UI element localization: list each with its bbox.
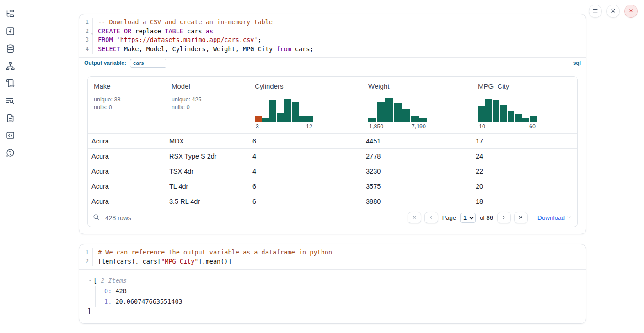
python-editor[interactable]: 1# We can reference the output variable … bbox=[79, 244, 586, 269]
column-header-make[interactable]: Makeunique: 38nulls: 0 bbox=[88, 77, 166, 133]
page-select[interactable]: 1 bbox=[460, 213, 476, 223]
histogram-bar bbox=[299, 116, 306, 122]
histogram-bar bbox=[394, 103, 402, 122]
chevron-down-icon bbox=[567, 214, 572, 221]
column-histogram: 1060 bbox=[478, 98, 537, 130]
histogram-bar bbox=[277, 113, 284, 122]
menu-icon bbox=[592, 7, 599, 16]
line-number: 1 bbox=[79, 248, 93, 257]
last-page-button[interactable] bbox=[514, 212, 528, 223]
scroll-icon bbox=[5, 79, 15, 90]
chevrons-right-icon bbox=[518, 214, 524, 222]
table-cell: 24 bbox=[472, 153, 577, 160]
histogram-bar bbox=[500, 105, 507, 122]
histogram-bar bbox=[284, 99, 291, 122]
table-cell: 3880 bbox=[362, 198, 472, 205]
menu-button[interactable] bbox=[589, 5, 602, 18]
sidebar bbox=[0, 0, 20, 333]
table-search-button[interactable] bbox=[92, 213, 100, 222]
table-cell: 22 bbox=[472, 168, 577, 175]
table-cell: Acura bbox=[88, 153, 166, 160]
settings-button[interactable] bbox=[606, 5, 620, 18]
code-line: 1-- Download a CSV and create an in-memo… bbox=[79, 18, 586, 27]
column-header-model[interactable]: Modelunique: 425nulls: 0 bbox=[166, 77, 249, 133]
sidebar-item-snippets[interactable] bbox=[5, 131, 16, 142]
language-badge[interactable]: sql bbox=[573, 60, 581, 66]
line-number: 2⌄ bbox=[79, 27, 93, 36]
sidebar-item-search[interactable] bbox=[5, 96, 16, 107]
code-line: 2⌄CREATE OR replace TABLE cars as bbox=[79, 27, 586, 36]
topbar bbox=[589, 5, 638, 18]
column-stats: unique: 38nulls: 0 bbox=[94, 96, 162, 111]
code-line: 1# We can reference the output variable … bbox=[79, 248, 586, 257]
histogram-axis: 1060 bbox=[478, 123, 537, 130]
table-row: AcuraRSX Type S 2dr4277824 bbox=[88, 148, 577, 164]
table-cell: MDX bbox=[166, 137, 249, 145]
histogram-bar bbox=[262, 118, 269, 122]
histogram-bar bbox=[485, 99, 492, 122]
snippets-icon bbox=[5, 131, 15, 142]
download-button[interactable]: Download bbox=[537, 214, 572, 221]
next-page-button[interactable] bbox=[497, 212, 511, 223]
code-line: 2[len(cars), cars["MPG_City"].mean()] bbox=[79, 257, 586, 266]
histogram-bar bbox=[402, 109, 410, 122]
table-cell: 3230 bbox=[362, 168, 472, 175]
column-histogram: 1,8507,190 bbox=[368, 98, 427, 130]
column-header-mpg_city[interactable]: MPG_City1060 bbox=[472, 77, 577, 133]
table-cell: Acura bbox=[88, 168, 166, 175]
tree-entries: 0: 4281: 20.060747663551403 bbox=[95, 286, 578, 307]
data-table: Makeunique: 38nulls: 0Modelunique: 425nu… bbox=[87, 76, 578, 227]
dependency-graph-icon bbox=[5, 61, 15, 72]
pagination: Page 1 of 86 bbox=[408, 212, 572, 223]
output-variable-input[interactable] bbox=[130, 59, 166, 68]
table-cell: 20 bbox=[472, 183, 577, 190]
output-variable-bar: Output variable: sql bbox=[79, 57, 586, 69]
sidebar-item-help[interactable] bbox=[5, 148, 16, 159]
histogram-bar bbox=[478, 106, 485, 122]
first-page-button[interactable] bbox=[408, 212, 421, 223]
histogram-bar bbox=[411, 116, 419, 122]
tree-root-row: [ 2 Items bbox=[87, 276, 578, 285]
sql-editor[interactable]: 1-- Download a CSV and create an in-memo… bbox=[79, 14, 586, 57]
column-header-cylinders[interactable]: Cylinders312 bbox=[249, 77, 362, 133]
sidebar-item-datasources[interactable] bbox=[5, 44, 16, 55]
histogram-bar bbox=[515, 114, 522, 122]
total-pages-label: of 86 bbox=[480, 214, 493, 221]
table-cell: Acura bbox=[88, 137, 166, 145]
sidebar-item-logs[interactable] bbox=[5, 79, 16, 90]
column-header-weight[interactable]: Weight1,8507,190 bbox=[362, 77, 472, 133]
line-number: 4 bbox=[79, 45, 93, 54]
shutdown-button[interactable] bbox=[624, 5, 638, 18]
histogram-bar bbox=[292, 102, 299, 122]
table-cell: Acura bbox=[88, 198, 166, 205]
line-number: 1 bbox=[79, 18, 93, 27]
prev-page-button[interactable] bbox=[424, 212, 438, 223]
histogram-axis: 312 bbox=[255, 123, 313, 130]
sidebar-item-dependency-graph[interactable] bbox=[5, 61, 16, 72]
search-icon bbox=[92, 213, 100, 222]
table-cell: 6 bbox=[249, 137, 362, 145]
collapse-toggle-button[interactable] bbox=[87, 277, 92, 284]
table-cell: TSX 4dr bbox=[166, 168, 249, 175]
table-body: AcuraMDX6445117AcuraRSX Type S 2dr427782… bbox=[88, 133, 577, 209]
column-name: Model bbox=[172, 82, 245, 90]
table-cell: 18 bbox=[472, 198, 577, 205]
column-name: Weight bbox=[368, 82, 468, 90]
close-icon bbox=[628, 8, 634, 15]
histogram-bar bbox=[508, 111, 515, 122]
column-histogram: 312 bbox=[255, 98, 313, 130]
sidebar-item-scratchpad[interactable] bbox=[5, 26, 16, 37]
histogram-bar bbox=[419, 118, 427, 122]
sql-cell-output: Makeunique: 38nulls: 0Modelunique: 425nu… bbox=[79, 69, 586, 234]
table-row: AcuraTL 4dr6357520 bbox=[88, 179, 577, 194]
chevrons-left-icon bbox=[411, 214, 417, 222]
sidebar-item-files[interactable] bbox=[5, 9, 16, 20]
histogram-bar bbox=[530, 116, 537, 122]
notebook: 1-- Download a CSV and create an in-memo… bbox=[79, 0, 586, 324]
chevron-down-icon bbox=[87, 277, 92, 284]
table-cell: 6 bbox=[249, 198, 362, 205]
sql-cell: 1-- Download a CSV and create an in-memo… bbox=[79, 14, 586, 234]
download-label: Download bbox=[537, 214, 565, 221]
sidebar-item-documentation[interactable] bbox=[5, 113, 16, 124]
line-number: 3 bbox=[79, 36, 93, 45]
